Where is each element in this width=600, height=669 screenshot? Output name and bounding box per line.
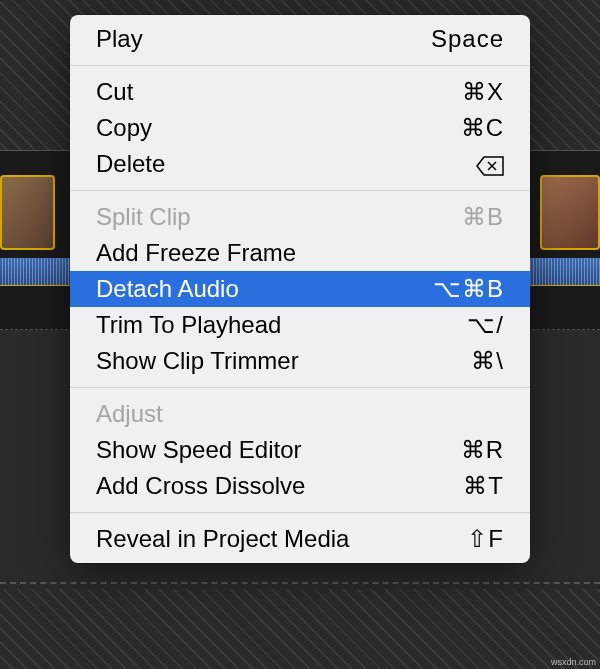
menu-item-label: Split Clip xyxy=(96,203,191,231)
menu-item-shortcut: ⌥/ xyxy=(467,311,504,339)
menu-item-add-cross-dissolve[interactable]: Add Cross Dissolve⌘T xyxy=(70,468,530,504)
menu-item-show-clip-trimmer[interactable]: Show Clip Trimmer⌘\ xyxy=(70,343,530,379)
backspace-icon xyxy=(476,150,504,178)
menu-item-reveal-in-project-media[interactable]: Reveal in Project Media⇧F xyxy=(70,521,530,557)
menu-item-split-clip: Split Clip⌘B xyxy=(70,199,530,235)
menu-item-label: Adjust xyxy=(96,400,163,428)
menu-item-shortcut: ⇧F xyxy=(467,525,504,553)
menu-item-shortcut: ⌘C xyxy=(461,114,504,142)
menu-item-shortcut: Space xyxy=(431,25,504,53)
menu-item-shortcut: ⌘\ xyxy=(471,347,504,375)
menu-item-label: Trim To Playhead xyxy=(96,311,281,339)
menu-item-trim-to-playhead[interactable]: Trim To Playhead⌥/ xyxy=(70,307,530,343)
menu-separator xyxy=(70,512,530,513)
menu-item-label: Cut xyxy=(96,78,133,106)
menu-item-shortcut: ⌘X xyxy=(462,78,504,106)
watermark: wsxdn.com xyxy=(551,657,596,667)
menu-separator xyxy=(70,190,530,191)
menu-item-label: Copy xyxy=(96,114,152,142)
menu-separator xyxy=(70,387,530,388)
menu-item-label: Show Clip Trimmer xyxy=(96,347,299,375)
menu-item-shortcut: ⌘B xyxy=(462,203,504,231)
dashed-divider xyxy=(0,582,600,584)
menu-item-show-speed-editor[interactable]: Show Speed Editor⌘R xyxy=(70,432,530,468)
menu-item-label: Delete xyxy=(96,150,165,178)
menu-item-copy[interactable]: Copy⌘C xyxy=(70,110,530,146)
menu-item-label: Detach Audio xyxy=(96,275,239,303)
menu-item-label: Add Cross Dissolve xyxy=(96,472,305,500)
stripes-bottom xyxy=(0,589,600,669)
menu-item-label: Show Speed Editor xyxy=(96,436,301,464)
context-menu: PlaySpaceCut⌘XCopy⌘CDeleteSplit Clip⌘BAd… xyxy=(70,15,530,563)
menu-item-detach-audio[interactable]: Detach Audio⌥⌘B xyxy=(70,271,530,307)
menu-item-play[interactable]: PlaySpace xyxy=(70,21,530,57)
menu-item-cut[interactable]: Cut⌘X xyxy=(70,74,530,110)
menu-item-label: Reveal in Project Media xyxy=(96,525,349,553)
menu-item-label: Add Freeze Frame xyxy=(96,239,296,267)
menu-item-label: Play xyxy=(96,25,143,53)
menu-item-delete[interactable]: Delete xyxy=(70,146,530,182)
menu-item-shortcut: ⌘T xyxy=(463,472,504,500)
menu-item-shortcut: ⌥⌘B xyxy=(433,275,504,303)
menu-item-add-freeze-frame[interactable]: Add Freeze Frame xyxy=(70,235,530,271)
menu-item-adjust: Adjust xyxy=(70,396,530,432)
menu-item-shortcut: ⌘R xyxy=(461,436,504,464)
menu-separator xyxy=(70,65,530,66)
clip-thumbnail-left[interactable] xyxy=(0,175,55,250)
clip-thumbnail-right[interactable] xyxy=(540,175,600,250)
